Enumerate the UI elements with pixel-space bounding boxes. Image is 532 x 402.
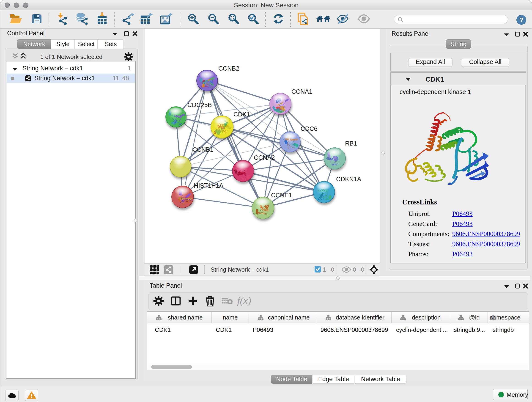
fit-selected-crosshair-icon[interactable] bbox=[370, 265, 378, 275]
export-network-button[interactable] bbox=[122, 13, 134, 26]
table-cell[interactable]: CDK1 bbox=[216, 326, 232, 333]
table-cell[interactable]: stringdb bbox=[493, 326, 514, 333]
column-header-name[interactable]: name bbox=[212, 312, 249, 323]
column-header-description[interactable]: description bbox=[392, 312, 449, 323]
control-panel-float-menu-icon[interactable] bbox=[112, 32, 118, 37]
control-tab-network[interactable]: Network bbox=[17, 39, 51, 49]
table-tab-node-table[interactable]: Node Table bbox=[271, 375, 312, 384]
memory-button[interactable]: Memory bbox=[493, 389, 528, 400]
column-header-shared-name[interactable]: shared name bbox=[147, 312, 212, 323]
network-node-CDK1[interactable]: CDK1 bbox=[211, 111, 250, 138]
expand-all-button[interactable]: Expand All bbox=[408, 58, 452, 67]
zoom-out-button[interactable] bbox=[208, 13, 219, 25]
right-splitter-handle[interactable] bbox=[381, 151, 385, 154]
results-panel-close-icon[interactable] bbox=[523, 32, 528, 38]
open-file-button[interactable] bbox=[9, 13, 22, 25]
control-tab-style[interactable]: Style bbox=[51, 39, 75, 49]
control-tab-select[interactable]: Select bbox=[75, 39, 98, 49]
network-view-title: String Network – cdk1 bbox=[210, 266, 269, 273]
crosslink-link[interactable]: P06493 bbox=[452, 210, 473, 217]
tree-expand-triangle-icon[interactable] bbox=[12, 66, 18, 73]
network-node-RB1[interactable]: RB1 bbox=[324, 140, 357, 169]
table-panel-float-menu-icon[interactable] bbox=[503, 284, 510, 290]
cdk1-section-content: cyclin-dependent kinase 1 bbox=[391, 85, 526, 263]
birds-eye-view-icon[interactable] bbox=[150, 265, 159, 275]
results-panel: Results Panel String Expand All Collapse… bbox=[386, 29, 530, 271]
string-results-tab[interactable]: String bbox=[446, 39, 471, 49]
horizontal-splitter[interactable] bbox=[139, 275, 530, 280]
column-header--id[interactable]: @id bbox=[449, 312, 488, 323]
network-selection-status: 1 of 1 Network selected bbox=[5, 53, 138, 61]
crosslink-link[interactable]: P06493 bbox=[452, 250, 473, 258]
node-label-CDC25B: CDC25B bbox=[187, 102, 212, 108]
first-neighbors-button[interactable] bbox=[316, 13, 330, 25]
column-header-canonical-name[interactable]: canonical name bbox=[249, 312, 317, 323]
table-cell[interactable]: P06493 bbox=[253, 326, 273, 333]
bottom-splitter-handle[interactable] bbox=[336, 276, 340, 280]
network-edge[interactable] bbox=[207, 80, 280, 104]
toolbar-separator bbox=[180, 12, 180, 27]
table-cell[interactable]: stringdb:9... bbox=[454, 326, 485, 333]
network-tree-row[interactable]: String Network – cdk1 1 bbox=[7, 64, 135, 74]
table-cell[interactable]: CDK1 bbox=[155, 326, 171, 333]
column-header-namespace[interactable]: namespace bbox=[488, 312, 529, 323]
split-columns-button[interactable] bbox=[171, 296, 181, 307]
control-panel-float-icon[interactable] bbox=[124, 31, 129, 37]
table-tab-edge-table[interactable]: Edge Table bbox=[313, 375, 354, 384]
import-network-database-button[interactable] bbox=[75, 13, 89, 26]
refresh-button[interactable] bbox=[273, 13, 284, 25]
cloud-status-button[interactable] bbox=[5, 390, 19, 401]
zoom-fit-button[interactable] bbox=[228, 13, 239, 25]
table-cell[interactable]: 9606.ENSP00000378699 bbox=[321, 326, 388, 333]
column-header-database-identifier[interactable]: database identifier bbox=[317, 312, 392, 323]
warnings-button[interactable] bbox=[25, 390, 38, 401]
control-tab-sets[interactable]: Sets bbox=[98, 39, 124, 49]
table-panel-float-icon[interactable] bbox=[515, 283, 520, 290]
table-cell[interactable]: cyclin-dependent ... bbox=[396, 326, 448, 333]
zoom-selected-button[interactable] bbox=[248, 13, 259, 25]
network-node-CDKN1A[interactable]: CDKN1A bbox=[313, 176, 361, 203]
table-settings-button[interactable] bbox=[153, 296, 164, 307]
import-network-file-button[interactable] bbox=[56, 13, 68, 26]
zoom-in-button[interactable] bbox=[188, 13, 199, 25]
delete-column-button[interactable] bbox=[205, 295, 215, 307]
crosslink-label: Compartments: bbox=[408, 230, 449, 238]
network-canvas[interactable]: CCNB2 CCNA1 CDC25B CDK1 CDC6 RB1 CCNB1 bbox=[145, 29, 380, 263]
network-collection-label[interactable]: String Network – cdk1 bbox=[22, 65, 83, 72]
network-node-CCNA1[interactable]: CCNA1 bbox=[270, 88, 312, 115]
function-builder-button[interactable]: f(x) bbox=[237, 295, 254, 307]
hide-selected-button[interactable] bbox=[336, 13, 349, 25]
results-panel-float-menu-icon[interactable] bbox=[503, 32, 510, 38]
help-button[interactable]: ? bbox=[516, 15, 526, 26]
network-graph[interactable]: CCNB2 CCNA1 CDC25B CDK1 CDC6 RB1 CCNB1 bbox=[145, 29, 380, 263]
cdk1-section-header[interactable]: CDK1 bbox=[391, 73, 526, 85]
export-image-button[interactable] bbox=[160, 13, 173, 26]
left-splitter-handle[interactable] bbox=[133, 219, 137, 223]
table-horizontal-scrollbar[interactable] bbox=[147, 364, 528, 370]
network-tree-row[interactable]: String Network – cdk1 11 48 bbox=[7, 74, 135, 83]
save-session-button[interactable] bbox=[32, 13, 42, 25]
table-scrollbar-thumb[interactable] bbox=[151, 365, 192, 369]
collapse-all-button[interactable]: Collapse All bbox=[461, 58, 509, 67]
open-in-browser-icon[interactable] bbox=[189, 265, 198, 275]
crosslink-link[interactable]: P06493 bbox=[452, 220, 473, 228]
crosslink-link[interactable]: 9606.ENSP00000378699 bbox=[452, 240, 520, 248]
network-edge[interactable] bbox=[183, 197, 263, 208]
show-all-button[interactable] bbox=[357, 14, 370, 25]
network-node-HIST1H1A[interactable]: HIST1H1A bbox=[172, 182, 223, 208]
add-column-button[interactable] bbox=[188, 296, 198, 307]
search-input[interactable] bbox=[405, 16, 503, 23]
control-panel-close-icon[interactable] bbox=[132, 31, 138, 37]
export-table-button[interactable] bbox=[140, 13, 153, 26]
results-panel-float-icon[interactable] bbox=[515, 32, 520, 38]
import-table-button[interactable] bbox=[97, 12, 108, 26]
collapse-section-triangle-icon[interactable] bbox=[405, 77, 412, 83]
table-tab-network-table[interactable]: Network Table bbox=[355, 375, 406, 384]
delete-table-button[interactable] bbox=[221, 297, 233, 306]
copy-network-button[interactable] bbox=[298, 13, 309, 26]
network-label[interactable]: String Network – cdk1 bbox=[34, 75, 95, 82]
network-share-badge-icon[interactable] bbox=[164, 265, 173, 275]
table-panel-close-icon[interactable] bbox=[523, 283, 528, 290]
crosslink-link[interactable]: 9606.ENSP00000378699 bbox=[452, 230, 520, 238]
memory-status-dot bbox=[498, 392, 504, 397]
